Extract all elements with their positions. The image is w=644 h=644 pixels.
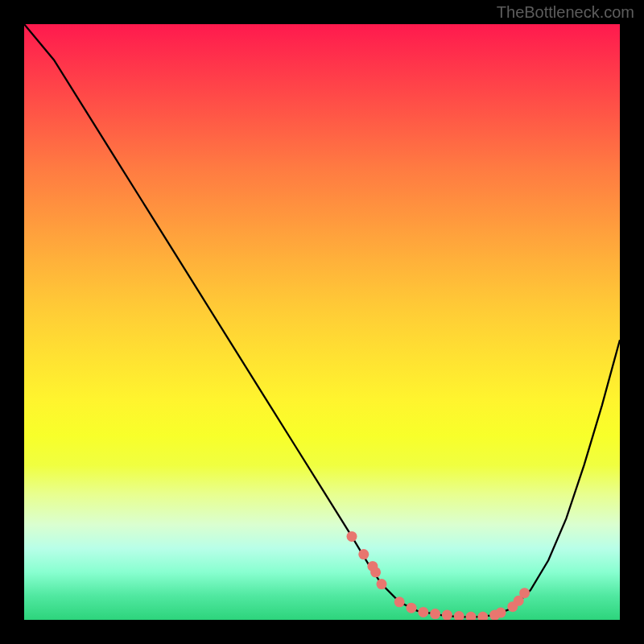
watermark-text: TheBottleneck.com (497, 3, 634, 22)
scatter-point (418, 607, 428, 617)
scatter-points-group (347, 531, 530, 620)
chart-svg (24, 24, 620, 620)
scatter-point (442, 610, 452, 620)
scatter-point (430, 609, 440, 619)
scatter-point (394, 597, 405, 607)
scatter-point (370, 567, 381, 577)
scatter-point (454, 611, 464, 620)
chart-plot-area (24, 24, 620, 620)
scatter-point (519, 588, 530, 598)
bottleneck-curve-line (24, 24, 620, 617)
scatter-point (466, 612, 477, 620)
scatter-point (407, 603, 417, 613)
scatter-point (477, 612, 488, 620)
scatter-point (496, 608, 506, 618)
scatter-point (377, 579, 387, 589)
scatter-point (347, 531, 357, 542)
scatter-point (358, 549, 369, 559)
